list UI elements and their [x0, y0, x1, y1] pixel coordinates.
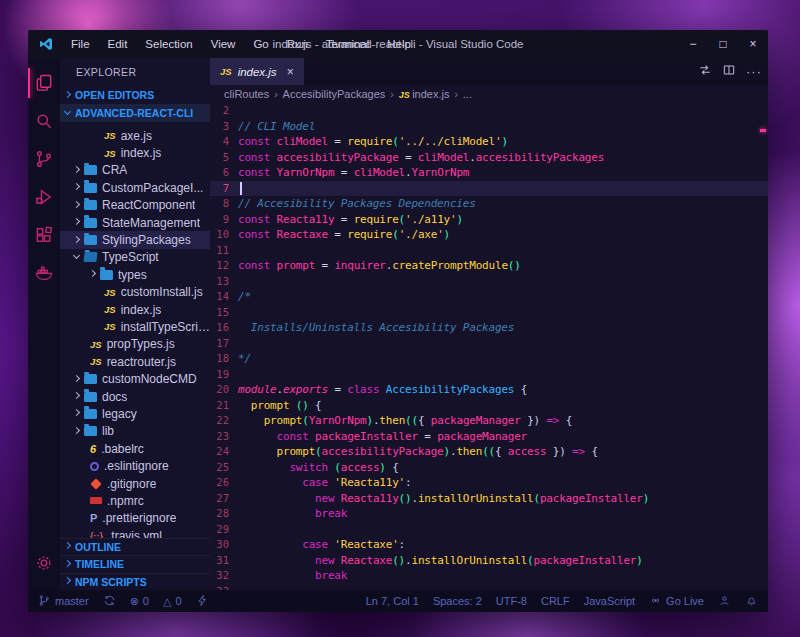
code-editor[interactable]: 23// CLI Model4const cliModel = require(…: [210, 103, 768, 590]
code-line[interactable]: 2: [210, 103, 768, 119]
sidebar-section-advanced-react-cli[interactable]: ADVANCED-REACT-CLI: [60, 104, 210, 122]
status-eol[interactable]: CRLF: [541, 595, 570, 607]
tree-item--eslintignore[interactable]: .eslintignore: [60, 457, 210, 474]
code-line[interactable]: 4const cliModel = require('../../cliMode…: [210, 134, 768, 150]
code-line[interactable]: 29: [210, 522, 768, 538]
run-debug-icon[interactable]: [28, 178, 60, 216]
status-errors[interactable]: ⊗0: [130, 595, 149, 608]
status-feedback[interactable]: [718, 594, 731, 609]
tab-index-js[interactable]: JS index.js ×: [210, 58, 304, 85]
code-line[interactable]: 7: [210, 181, 768, 197]
tree-item-typescript[interactable]: TypeScript: [60, 249, 210, 266]
status-encoding[interactable]: UTF-8: [496, 595, 527, 607]
menu-edit[interactable]: Edit: [100, 38, 136, 50]
code-line[interactable]: 11: [210, 243, 768, 259]
chevron-right-icon: [73, 409, 80, 416]
code-line[interactable]: 33: [210, 584, 768, 591]
tree-item-reactcomponent[interactable]: ReactComponent: [60, 197, 210, 214]
code-line[interactable]: 22 prompt(YarnOrNpm).then(({ packageMana…: [210, 413, 768, 429]
code-line[interactable]: 17: [210, 336, 768, 352]
tree-item-axe-js[interactable]: JSaxe.js: [60, 127, 210, 144]
status-go-live[interactable]: Go Live: [649, 594, 704, 609]
breadcrumb-item[interactable]: AccesibilityPackages: [283, 88, 386, 100]
tree-item-index-js[interactable]: JSindex.js: [60, 144, 210, 161]
tree-item--travis-yml[interactable]: {··}.travis.yml: [60, 527, 210, 538]
split-editor-icon[interactable]: [722, 63, 736, 81]
sidebar-section-outline[interactable]: OUTLINE: [60, 538, 210, 556]
search-icon[interactable]: [28, 102, 60, 140]
tree-item--babelrc[interactable]: 6.babelrc: [60, 440, 210, 457]
code-line[interactable]: 25 switch (access) {: [210, 460, 768, 476]
sidebar-section-open-editors[interactable]: OPEN EDITORS: [60, 86, 210, 104]
tree-item-stylingpackages[interactable]: StylingPackages: [60, 231, 210, 248]
code-line[interactable]: 27 new Reacta11y().installOrUninstall(pa…: [210, 491, 768, 507]
close-button[interactable]: ×: [738, 30, 768, 58]
breadcrumb-item[interactable]: JS index.js: [399, 88, 450, 100]
status-warnings[interactable]: △0: [163, 595, 182, 608]
tree-item-reactrouter-js[interactable]: JSreactrouter.js: [60, 353, 210, 370]
code-line[interactable]: 10const Reactaxe = require('./axe'): [210, 227, 768, 243]
code-line[interactable]: 19: [210, 367, 768, 383]
code-line[interactable]: 28 break: [210, 506, 768, 522]
status-sync[interactable]: [103, 594, 116, 609]
code-line[interactable]: 32 break: [210, 568, 768, 584]
status-indentation[interactable]: Spaces: 2: [433, 595, 482, 607]
code-line[interactable]: 23 const packageInstaller = packageManag…: [210, 429, 768, 445]
code-line[interactable]: 9const Reacta11y = require('./a11y'): [210, 212, 768, 228]
code-line[interactable]: 12const prompt = inquirer.createPromptMo…: [210, 258, 768, 274]
tree-item-customnodecmd[interactable]: customNodeCMD: [60, 370, 210, 387]
settings-gear-icon[interactable]: [28, 544, 60, 582]
code-text: break: [238, 506, 347, 522]
code-line[interactable]: 16 Installs/Uninstalls Accesibility Pack…: [210, 320, 768, 336]
open-changes-icon[interactable]: [698, 63, 712, 81]
code-line[interactable]: 3// CLI Model: [210, 119, 768, 135]
breadcrumb-item[interactable]: cliRoutes: [224, 88, 269, 100]
tree-item--npmrc[interactable]: .npmrc: [60, 492, 210, 509]
code-line[interactable]: 26 case 'Reacta11y':: [210, 475, 768, 491]
status-lightning[interactable]: [196, 594, 209, 609]
code-line[interactable]: 24 prompt(accesibilityPackage).then(({ a…: [210, 444, 768, 460]
tree-item--prettierignore[interactable]: P.prettierignore: [60, 510, 210, 527]
code-line[interactable]: 15: [210, 305, 768, 321]
sidebar-section-npm-scripts[interactable]: NPM SCRIPTS: [60, 573, 210, 591]
source-control-icon[interactable]: [28, 140, 60, 178]
tree-item-statemanagement[interactable]: StateManagement: [60, 214, 210, 231]
tree-item-custompackagei-[interactable]: CustomPackageI...: [60, 179, 210, 196]
tree-item-cra[interactable]: CRA: [60, 162, 210, 179]
code-line[interactable]: 18*/: [210, 351, 768, 367]
status-cursor-position[interactable]: Ln 7, Col 1: [366, 595, 419, 607]
extensions-icon[interactable]: [28, 216, 60, 254]
code-line[interactable]: 8// Accesibility Packages Dependencies: [210, 196, 768, 212]
tree-item-legacy[interactable]: legacy: [60, 405, 210, 422]
code-line[interactable]: 20module.exports = class AccesibilityPac…: [210, 382, 768, 398]
tree-item--gitignore[interactable]: .gitignore: [60, 475, 210, 492]
status-language-mode[interactable]: JavaScript: [584, 595, 635, 607]
code-line[interactable]: 31 new Reactaxe().installOrUninstall(pac…: [210, 553, 768, 569]
code-line[interactable]: 30 case 'Reactaxe':: [210, 537, 768, 553]
tree-item-types[interactable]: types: [60, 266, 210, 283]
tree-item-proptypes-js[interactable]: JSpropTypes.js: [60, 336, 210, 353]
breadcrumb-item[interactable]: ...: [463, 88, 472, 100]
explorer-icon[interactable]: [28, 64, 60, 102]
sidebar-section-timeline[interactable]: TIMELINE: [60, 555, 210, 573]
code-line[interactable]: 21 prompt () {: [210, 398, 768, 414]
maximize-button[interactable]: □: [708, 30, 738, 58]
code-line[interactable]: 6const YarnOrNpm = cliModel.YarnOrNpm: [210, 165, 768, 181]
menu-view[interactable]: View: [203, 38, 244, 50]
tree-item-lib[interactable]: lib: [60, 423, 210, 440]
code-line[interactable]: 13: [210, 274, 768, 290]
status-git-branch[interactable]: master: [38, 594, 89, 609]
docker-icon[interactable]: [28, 254, 60, 292]
menu-selection[interactable]: Selection: [137, 38, 200, 50]
more-actions-icon[interactable]: ···: [746, 64, 762, 79]
tree-item-installtypescrip-[interactable]: JSinstallTypeScrip...: [60, 318, 210, 335]
tab-close-icon[interactable]: ×: [287, 65, 294, 79]
code-line[interactable]: 5const accesibilityPackage = cliModel.ac…: [210, 150, 768, 166]
tree-item-index-js[interactable]: JSindex.js: [60, 301, 210, 318]
minimize-button[interactable]: −: [678, 30, 708, 58]
status-notifications[interactable]: [745, 594, 758, 609]
code-line[interactable]: 14/*: [210, 289, 768, 305]
tree-item-custominstall-js[interactable]: JScustomInstall.js: [60, 284, 210, 301]
menu-file[interactable]: File: [63, 38, 98, 50]
tree-item-docs[interactable]: docs: [60, 388, 210, 405]
